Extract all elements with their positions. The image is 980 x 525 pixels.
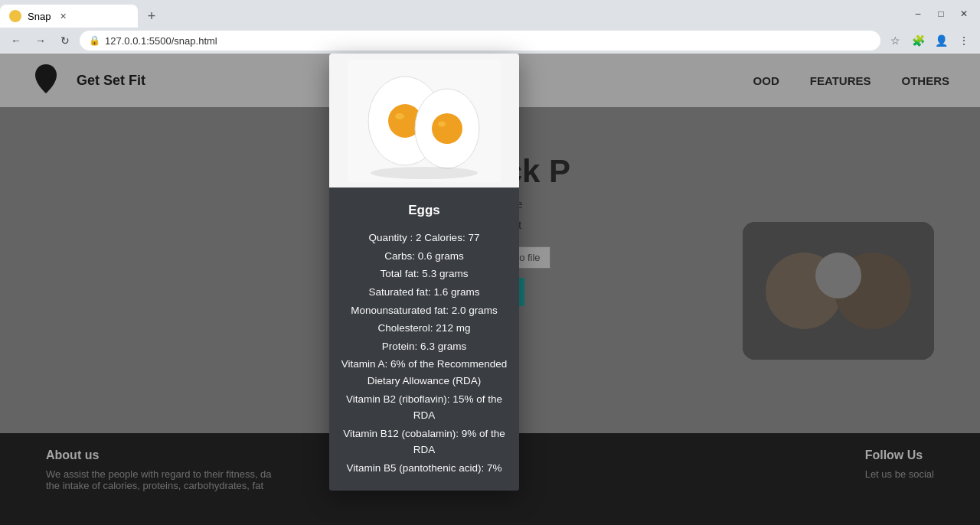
svg-point-11 xyxy=(371,167,478,179)
minimize-button[interactable]: – xyxy=(908,4,928,24)
extensions-button[interactable]: 🧩 xyxy=(908,31,928,51)
modal-vitamin-b2: Vitamin B2 (riboflavin): 15% of the RDA xyxy=(338,391,510,424)
svg-point-10 xyxy=(438,121,446,126)
address-bar-row: ← → ↻ 🔒 127.0.0.1:5500/snap.html ☆ 🧩 👤 ⋮ xyxy=(0,28,980,54)
modal-saturated-fat: Saturated fat: 1.6 grams xyxy=(338,284,510,301)
svg-point-7 xyxy=(395,113,404,119)
modal-vitamin-b5: Vitamin B5 (pantothenic acid): 7% xyxy=(338,460,510,477)
browser-actions: ☆ 🧩 👤 ⋮ xyxy=(885,31,974,51)
svg-point-9 xyxy=(432,113,462,144)
address-bar[interactable]: 🔒 127.0.0.1:5500/snap.html xyxy=(80,31,880,51)
food-modal-image xyxy=(329,54,519,188)
modal-cholesterol: Cholesterol: 212 mg xyxy=(338,320,510,337)
maximize-button[interactable]: □ xyxy=(931,4,951,24)
reload-button[interactable]: ↻ xyxy=(55,31,75,51)
modal-vitamin-a: Vitamin A: 6% of the Recommended Dietary… xyxy=(338,356,510,389)
tab-favicon xyxy=(9,10,21,22)
browser-chrome: Snap ✕ + – □ ✕ ← → ↻ 🔒 127.0.0.1:5500/sn… xyxy=(0,0,980,54)
modal-quantity: Quantity : 2 Calories: 77 xyxy=(338,230,510,246)
url-text: 127.0.0.1:5500/snap.html xyxy=(105,35,217,47)
modal-monounsaturated-fat: Monounsaturated fat: 2.0 grams xyxy=(338,302,510,319)
back-button[interactable]: ← xyxy=(6,31,26,51)
tab-bar: Snap ✕ + – □ ✕ xyxy=(0,0,980,28)
lock-icon: 🔒 xyxy=(89,35,100,46)
window-controls: – □ ✕ xyxy=(902,0,980,28)
tab-close-button[interactable]: ✕ xyxy=(57,10,69,22)
forward-button[interactable]: → xyxy=(31,31,51,51)
close-button[interactable]: ✕ xyxy=(954,4,974,24)
tab-title: Snap xyxy=(28,11,51,22)
modal-vitamin-b12: Vitamin B12 (cobalamin): 9% of the RDA xyxy=(338,426,510,458)
menu-button[interactable]: ⋮ xyxy=(954,31,974,51)
active-tab[interactable]: Snap ✕ xyxy=(0,5,138,28)
new-tab-button[interactable]: + xyxy=(141,5,162,27)
modal-carbs: Carbs: 0.6 grams xyxy=(338,248,510,265)
modal-total-fat: Total fat: 5.3 grams xyxy=(338,266,510,282)
modal-protein: Protein: 6.3 grams xyxy=(338,338,510,355)
food-modal-title: Eggs xyxy=(338,200,510,220)
food-modal: Eggs Quantity : 2 Calories: 77 Carbs: 0.… xyxy=(329,54,519,491)
food-modal-scroll[interactable]: Eggs Quantity : 2 Calories: 77 Carbs: 0.… xyxy=(329,188,519,491)
profile-button[interactable]: 👤 xyxy=(931,31,951,51)
food-modal-info: Eggs Quantity : 2 Calories: 77 Carbs: 0.… xyxy=(329,188,519,491)
bookmark-button[interactable]: ☆ xyxy=(885,31,905,51)
